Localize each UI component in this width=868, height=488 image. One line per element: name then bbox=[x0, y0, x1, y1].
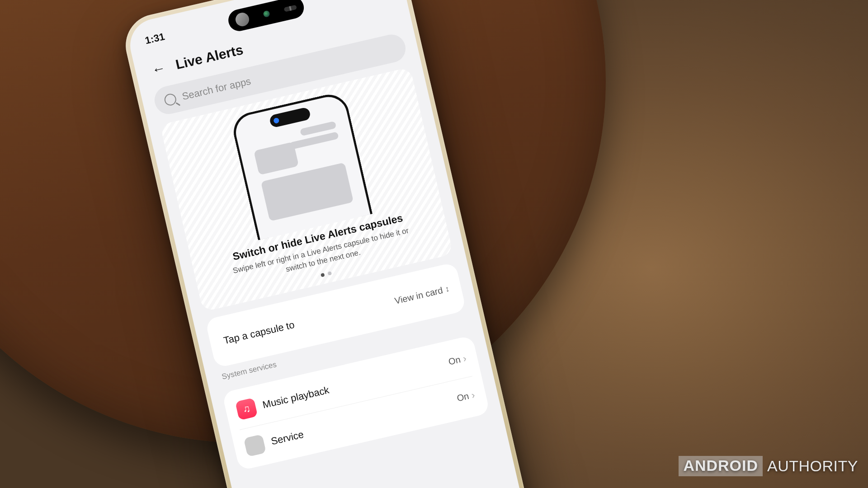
back-icon[interactable]: ← bbox=[148, 59, 169, 80]
hero-illustration bbox=[221, 89, 381, 242]
chevron-right-icon: › bbox=[462, 352, 467, 365]
camera-icon bbox=[263, 10, 270, 18]
search-placeholder: Search for apps bbox=[181, 75, 252, 103]
service-state: On bbox=[456, 391, 470, 404]
status-time: 1:31 bbox=[144, 31, 166, 47]
service-state: On bbox=[448, 355, 462, 367]
search-icon bbox=[163, 93, 177, 107]
photo-background: 1:31 ฿ ❏ ← Live Alerts Search bbox=[0, 0, 868, 488]
chevron-right-icon: › bbox=[470, 389, 476, 401]
music-icon: ♫ bbox=[235, 398, 258, 420]
watermark: ANDROID AUTHORITY bbox=[679, 456, 858, 476]
service-icon bbox=[244, 434, 266, 457]
page-title: Live Alerts bbox=[174, 42, 245, 72]
island-avatar-icon bbox=[234, 11, 250, 28]
chevron-updown-icon: ↕ bbox=[444, 285, 449, 295]
island-waveform-icon bbox=[283, 5, 297, 12]
watermark-brand-rest: AUTHORITY bbox=[767, 457, 858, 475]
tap-capsule-label: Tap a capsule to bbox=[222, 319, 296, 347]
tap-capsule-value: View in card bbox=[394, 285, 444, 306]
watermark-brand-box: ANDROID bbox=[679, 456, 763, 476]
